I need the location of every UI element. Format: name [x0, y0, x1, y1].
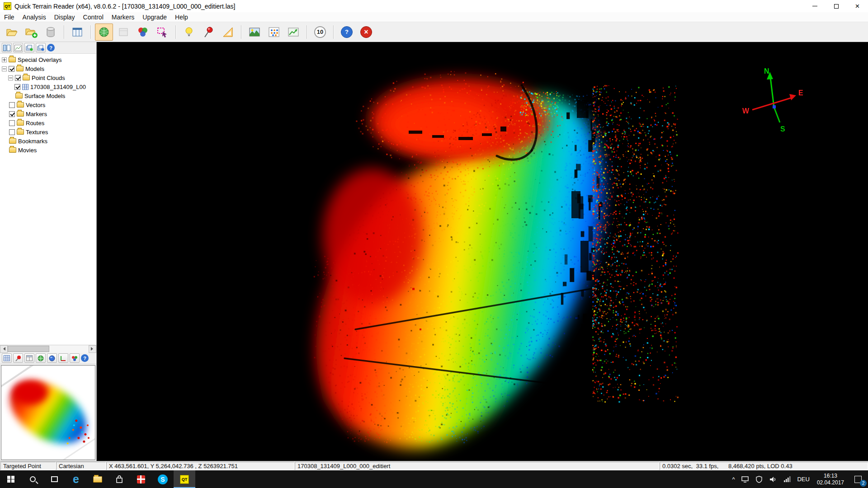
folder-icon [15, 93, 23, 99]
menu-help[interactable]: Help [171, 12, 192, 22]
checkbox-checked[interactable] [9, 111, 15, 117]
open-button[interactable] [3, 23, 21, 41]
layout-columns-button[interactable] [68, 23, 86, 41]
folder-icon [16, 66, 24, 71]
start-button[interactable] [0, 470, 22, 488]
menu-upgrade[interactable]: Upgrade [138, 12, 171, 22]
taskbar-skype-button[interactable]: S [152, 470, 174, 488]
scrollbar-thumb[interactable] [8, 346, 49, 352]
overview-minimap[interactable] [1, 365, 95, 460]
marker-tool-button[interactable] [13, 353, 23, 363]
tree-item-models[interactable]: Models [0, 64, 96, 73]
taskbar-store-button[interactable] [108, 470, 130, 488]
menu-analysis[interactable]: Analysis [19, 12, 50, 22]
minimize-button[interactable] [804, 0, 826, 12]
tree-item-vectors[interactable]: Vectors [0, 100, 96, 109]
maximize-button[interactable] [826, 0, 847, 12]
layer-remove-icon [37, 45, 44, 51]
checkbox-unchecked[interactable] [9, 129, 15, 135]
help-button[interactable]: ? [338, 23, 356, 41]
sidebar-help-button[interactable]: ? [47, 44, 55, 52]
checkbox-checked[interactable] [15, 75, 21, 81]
layers-sidebar: ? Special Overlays Models [0, 42, 97, 461]
tree-horizontal-scrollbar[interactable] [0, 345, 96, 352]
lighting-button[interactable] [180, 23, 198, 41]
tree-item-point-clouds[interactable]: Point Clouds [0, 73, 96, 82]
open-add-button[interactable] [22, 23, 40, 41]
zoom-10-button[interactable]: 10 [311, 23, 329, 41]
remove-layer-button[interactable] [36, 43, 46, 52]
viewport-3d[interactable]: N S W E [97, 42, 868, 461]
axes-tool-button[interactable] [58, 353, 68, 363]
table-tool-button[interactable] [24, 353, 34, 363]
color-mode-button[interactable] [134, 23, 152, 41]
tree-item-special-overlays[interactable]: Special Overlays [0, 55, 96, 64]
toolbar-separator [64, 25, 64, 39]
volume-tray-button[interactable] [766, 470, 780, 488]
checkbox-unchecked[interactable] [9, 102, 15, 108]
mini-pin-icon [15, 355, 21, 361]
menu-control[interactable]: Control [79, 12, 108, 22]
taskbar-clock[interactable]: 16:13 02.04.2017 [813, 473, 848, 486]
screenshot-button[interactable] [245, 23, 264, 41]
expand-icon[interactable] [2, 57, 7, 62]
marker-pin-button[interactable] [199, 23, 217, 41]
panel-split-icon [3, 45, 10, 51]
tree-item-movies[interactable]: Movies [0, 145, 96, 155]
system-tray: ^ DEU 16:13 02.04.2017 2 [729, 470, 868, 488]
view-globe-button[interactable] [95, 23, 113, 41]
checkbox-checked[interactable] [14, 84, 20, 90]
profile-panel-button[interactable] [13, 43, 23, 52]
tree-item-las-file[interactable]: 170308_131409_L00 [0, 82, 96, 91]
app-icon[interactable]: QT [4, 2, 11, 10]
tree-label: Bookmarks [18, 138, 47, 145]
task-view-button[interactable] [43, 470, 65, 488]
status-performance: 0.0302 sec, 33.1 fps, 8,468,420 pts, LOD… [660, 462, 868, 470]
tree-item-markers[interactable]: Markers [0, 109, 96, 118]
menu-file[interactable]: File [0, 12, 19, 22]
menu-display[interactable]: Display [50, 12, 79, 22]
checkbox-unchecked[interactable] [9, 120, 15, 126]
network-tray-button[interactable] [738, 470, 752, 488]
taskbar-edge-button[interactable]: e [65, 470, 87, 488]
task-view-icon [51, 476, 58, 482]
hidden-icons-button[interactable]: ^ [729, 470, 738, 488]
exit-button[interactable]: × [357, 23, 375, 41]
profile-button[interactable] [284, 23, 302, 41]
scroll-left-button[interactable] [0, 345, 8, 353]
folder-icon [9, 147, 16, 153]
point-display-button[interactable] [265, 23, 283, 41]
tree-item-textures[interactable]: Textures [0, 127, 96, 136]
action-center-button[interactable]: 2 [848, 470, 868, 488]
grid-tool-button[interactable] [2, 353, 12, 363]
defender-tray-button[interactable] [752, 470, 766, 488]
measure-button[interactable] [219, 23, 237, 41]
collapse-icon[interactable] [2, 66, 7, 71]
wifi-tray-button[interactable] [780, 470, 794, 488]
tree-item-surface-models[interactable]: Surface Models [0, 91, 96, 100]
clock-time: 16:13 [824, 473, 837, 479]
sphere-tool-button[interactable] [47, 353, 57, 363]
database-button[interactable] [42, 23, 60, 41]
add-layer-button[interactable] [24, 43, 34, 52]
panel-layout-button[interactable] [2, 43, 12, 52]
colors-tool-button[interactable] [70, 353, 80, 363]
collapse-icon[interactable] [8, 75, 13, 80]
scroll-right-button[interactable] [89, 345, 96, 353]
tree-item-bookmarks[interactable]: Bookmarks [0, 136, 96, 145]
menu-markers[interactable]: Markers [108, 12, 139, 22]
close-button[interactable]: × [847, 0, 868, 12]
window-controls: × [804, 0, 868, 12]
taskbar-explorer-button[interactable] [87, 470, 108, 488]
search-button[interactable] [22, 470, 43, 488]
globe-tool-button[interactable] [36, 353, 46, 363]
panel-help-button[interactable]: ? [81, 354, 89, 362]
shield-icon [755, 476, 763, 483]
checkbox-checked[interactable] [9, 66, 14, 72]
taskbar-qt-reader-button[interactable]: QT [174, 470, 195, 488]
language-indicator[interactable]: DEU [794, 470, 812, 488]
selection-tool-button[interactable] [153, 23, 171, 41]
tree-item-routes[interactable]: Routes [0, 118, 96, 127]
taskbar-red-app-button[interactable] [130, 470, 152, 488]
scrollbar-track[interactable] [8, 345, 89, 353]
